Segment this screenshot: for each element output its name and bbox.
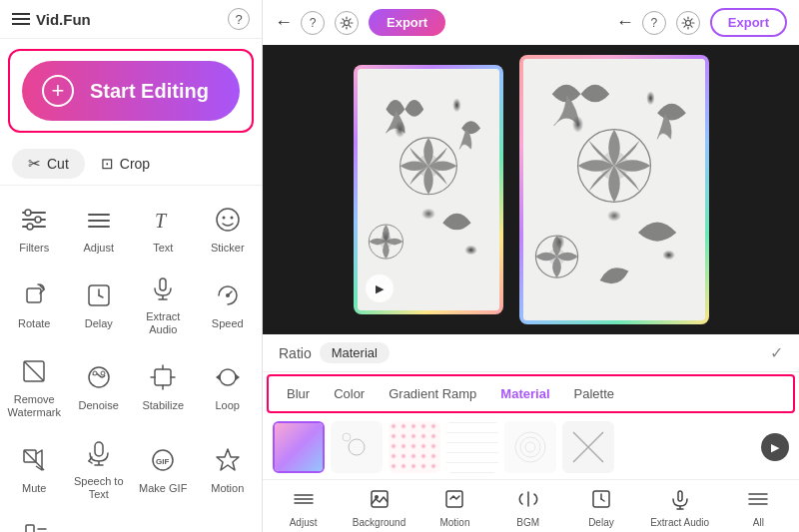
loop-label: Loop — [216, 399, 240, 412]
tool-boost-volume[interactable]: Boost Volume — [4, 509, 68, 532]
play-button-left[interactable]: ▶ — [366, 274, 394, 302]
svg-rect-69 — [446, 491, 462, 507]
tool-sticker[interactable]: Sticker — [198, 194, 259, 259]
denoise-icon — [81, 359, 117, 395]
brand-name: Vid.Fun — [36, 11, 91, 28]
tool-rotate[interactable]: Rotate — [4, 263, 65, 340]
toolbar-delay[interactable]: Delay — [577, 488, 625, 528]
check-icon[interactable]: ✓ — [770, 343, 783, 362]
bottom-toolbar: Adjust Background Motion BGM — [263, 479, 799, 532]
texture-thumb-4[interactable] — [446, 421, 498, 473]
svg-rect-2 — [22, 226, 46, 228]
tool-motion[interactable]: Motion — [198, 427, 259, 505]
svg-text:T: T — [155, 210, 168, 232]
settings-button[interactable] — [335, 11, 359, 35]
back-button[interactable]: ← — [275, 12, 293, 33]
tab-gradient-ramp[interactable]: Gradient Ramp — [379, 382, 486, 405]
texture-thumb-6[interactable] — [562, 421, 614, 473]
tab-material[interactable]: Material — [490, 382, 559, 405]
export-button-right[interactable]: Export — [710, 8, 787, 37]
tab-palette[interactable]: Palette — [564, 382, 624, 405]
help-button[interactable]: ? — [301, 11, 325, 35]
sticker-label: Sticker — [211, 242, 245, 255]
tool-text[interactable]: T Text — [133, 194, 194, 259]
material-badge[interactable]: Material — [320, 342, 390, 363]
svg-point-25 — [101, 371, 105, 375]
toolbar-delay-label: Delay — [588, 517, 614, 528]
cut-label: Cut — [47, 156, 69, 172]
cut-tab[interactable]: ✂ Cut — [12, 149, 85, 179]
crop-tab[interactable]: ⊡ Crop — [85, 149, 166, 179]
crop-label: Crop — [120, 156, 150, 172]
texture-thumbnails — [273, 421, 755, 473]
tool-stabilize[interactable]: Stabilize — [133, 345, 194, 423]
right-panel: ← ? Export ← ? Export — [263, 0, 799, 532]
adjust-icon — [81, 202, 117, 238]
toolbar-motion[interactable]: Motion — [430, 488, 478, 528]
boost-volume-icon — [18, 517, 54, 532]
toolbar-all-icon — [747, 488, 769, 515]
texture-thumb-5[interactable] — [504, 421, 556, 473]
plus-icon: + — [42, 75, 74, 107]
tab-color[interactable]: Color — [324, 382, 375, 405]
start-editing-button[interactable]: + Start Editing — [22, 61, 240, 121]
tool-remove-watermark[interactable]: Remove Watermark — [4, 345, 65, 423]
back-button-2[interactable]: ← — [616, 12, 634, 33]
brand-area: Vid.Fun — [12, 11, 91, 28]
toolbar-all-label: All — [753, 517, 764, 528]
tool-make-gif[interactable]: GIF Make GIF — [133, 427, 194, 505]
tool-denoise[interactable]: Denoise — [69, 345, 130, 423]
svg-point-48 — [685, 20, 690, 25]
editor-split: ▶ — [273, 55, 789, 324]
texture-thumb-1[interactable] — [273, 421, 325, 473]
toolbar-adjust[interactable]: Adjust — [280, 488, 328, 528]
tool-extract-audio[interactable]: Extract Audio — [133, 263, 194, 340]
help-button-2[interactable]: ? — [642, 11, 666, 35]
toolbar-adjust-icon — [293, 488, 315, 515]
tool-speech-to-text[interactable]: Speech to Text — [69, 427, 130, 505]
toolbar-all[interactable]: All — [734, 488, 782, 528]
start-editing-wrapper: + Start Editing — [8, 49, 254, 133]
tool-adjust[interactable]: Adjust — [69, 194, 130, 259]
play-mini-button[interactable]: ▶ — [761, 433, 789, 461]
toolbar-extract-audio[interactable]: Extract Audio — [650, 488, 709, 528]
texture-thumb-2[interactable] — [331, 421, 383, 473]
hamburger-menu-icon[interactable] — [12, 13, 30, 25]
svg-rect-1 — [22, 219, 46, 221]
tool-loop[interactable]: Loop — [198, 345, 259, 423]
svg-line-16 — [99, 295, 103, 297]
export-button-left[interactable]: Export — [369, 9, 445, 36]
svg-rect-13 — [27, 288, 41, 302]
tool-filters[interactable]: Filters — [4, 194, 65, 259]
svg-point-3 — [25, 210, 31, 216]
settings-button-2[interactable] — [676, 11, 700, 35]
help-icon[interactable]: ? — [228, 8, 250, 30]
tab-blur[interactable]: Blur — [277, 382, 320, 405]
stabilize-icon — [145, 359, 181, 395]
toolbar-motion-label: Motion — [439, 517, 469, 528]
extract-audio-label: Extract Audio — [135, 310, 192, 336]
svg-point-60 — [520, 437, 540, 457]
svg-rect-17 — [160, 278, 166, 290]
svg-marker-42 — [217, 449, 239, 470]
svg-point-5 — [27, 224, 33, 230]
tool-mute[interactable]: Mute — [4, 427, 65, 505]
toolbar-background[interactable]: Background — [353, 488, 405, 528]
mute-icon — [16, 442, 52, 478]
toolbar-bgm[interactable]: BGM — [504, 488, 552, 528]
video-area: ▶ — [263, 45, 799, 334]
video-preview-right — [519, 55, 709, 324]
svg-rect-7 — [88, 220, 110, 222]
svg-text:GIF: GIF — [156, 457, 169, 466]
tool-speed[interactable]: Speed — [198, 263, 259, 340]
right-header-left: ← ? Export — [275, 9, 445, 36]
video-inner-right — [523, 59, 705, 320]
ratio-material-row: Ratio Material ✓ — [263, 334, 799, 372]
texture-thumb-3[interactable] — [389, 421, 440, 473]
right-header-icons: ? Export — [301, 9, 445, 36]
svg-line-39 — [89, 461, 92, 463]
filters-label: Filters — [19, 242, 49, 255]
toolbar-background-label: Background — [353, 517, 405, 528]
tool-delay[interactable]: Delay — [69, 263, 130, 340]
left-panel: Vid.Fun ? + Start Editing ✂ Cut ⊡ Crop F… — [0, 0, 263, 532]
